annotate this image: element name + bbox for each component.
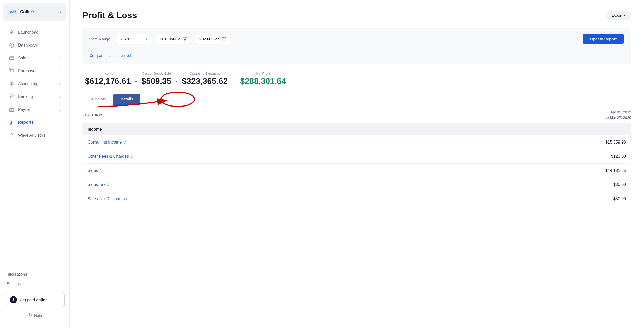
export-button[interactable]: Export ▾ [606,11,631,20]
consulting-income-value: $15,559.98 [605,140,626,145]
compare-link[interactable]: Compare to a prior period [90,54,624,58]
table-row: Sales ⬡ $44,181.85 [82,164,631,178]
date-line2: to Mar 27, 2020 [606,115,631,120]
sidebar-item-reports[interactable]: Reports [3,116,67,129]
date-range-label: Date Range [90,37,110,41]
sidebar-item-launchpad[interactable]: Launchpad [3,26,67,39]
chevron-down-icon: ∨ [58,82,61,86]
tab-summary[interactable]: Summary [82,94,113,105]
tab-details[interactable]: Details [113,94,140,105]
start-date-input[interactable]: 2019-04-02 📅 [156,34,191,44]
sidebar-item-payroll[interactable]: Payroll ∨ [3,103,67,116]
footer-links: Integrations Settings [5,270,65,288]
sales-label: Sales [88,168,98,173]
wave-logo-icon [8,7,18,16]
table-row: Other Fees & Charges ⬡ $120.00 [82,149,631,164]
consulting-income-link[interactable]: Consulting Income ⬡ [88,140,126,145]
sidebar-item-accounting[interactable]: Accounting ∨ [3,78,67,90]
payroll-icon [9,107,14,112]
update-report-button[interactable]: Update Report [583,34,624,44]
svg-rect-3 [10,57,14,60]
tabs-row: Summary Details [82,94,631,105]
page-title: Profit & Loss [82,10,137,20]
get-paid-button[interactable]: $ Get paid online [5,292,65,307]
sidebar-item-label: Launchpad [18,30,38,35]
table-row: Sales Tax Discount ⬡ $50.00 [82,192,631,206]
calendar-icon: 📅 [182,37,188,41]
tabs-wrapper: Summary Details [82,94,631,105]
sales-tax-discount-link[interactable]: Sales Tax Discount ⬡ [88,197,127,201]
settings-link[interactable]: Settings [5,279,65,288]
income-section-label: Income [88,127,102,131]
other-fees-value: $120.00 [611,154,626,159]
external-link-icon: ⬡ [130,155,133,158]
dollar-icon: $ [10,296,17,303]
sidebar-item-wave-advisors[interactable]: Wave Advisors [3,129,67,141]
help-link[interactable]: Help [5,311,65,320]
sales-tax-discount-label: Sales Tax Discount [88,197,123,201]
equals-operator: = [232,77,236,85]
scales-icon [9,81,14,87]
svg-point-6 [13,73,14,73]
external-link-icon: ⬡ [123,140,126,144]
table-row: Sales Tax ⬡ $30.00 [82,178,631,192]
sidebar-item-banking[interactable]: Banking ∨ [3,91,67,103]
table-date-range: Apr 02, 2019 to Mar 27, 2020 [606,110,631,120]
date-range-value: 2020 [120,37,129,41]
date-line1: Apr 02, 2019 [606,110,631,115]
svg-point-5 [11,73,11,73]
other-fees-link[interactable]: Other Fees & Charges ⬡ [88,154,133,159]
external-link-icon: ⬡ [107,183,109,187]
calendar-icon: 📅 [222,37,227,41]
company-chevron-icon: › [60,10,61,14]
credit-card-icon [9,55,14,61]
end-date-input[interactable]: 2020-03-27 📅 [196,34,231,44]
page-header: Profit & Loss Export ▾ [82,10,631,20]
sidebar-item-label: Dashboard [18,43,38,48]
sidebar-item-purchases[interactable]: Purchases ∨ [3,65,67,77]
company-switcher[interactable]: Callie's › [3,3,66,21]
tab-details-label: Details [121,97,133,101]
svg-point-1 [11,32,12,33]
external-link-icon: ⬡ [124,197,127,201]
start-date-value: 2019-04-02 [160,37,180,41]
income-label: Income [103,72,114,75]
sales-link[interactable]: Sales ⬡ [88,168,102,173]
chart-icon [9,120,14,125]
sidebar-item-label: Purchases [18,69,38,73]
minus-operator-2: - [175,77,178,85]
filter-bar: Date Range 2020 ▾ 2019-04-02 📅 2020-03-2… [82,28,631,64]
company-logo-area: Callie's [8,7,35,16]
dashboard-icon [9,42,14,48]
income-value: $612,176.61 [85,76,131,86]
get-paid-label: Get paid online [20,298,47,302]
income-stat: Income $612,176.61 [85,72,131,86]
export-chevron-icon: ▾ [624,13,626,18]
cogs-value: $509.35 [141,76,171,86]
sidebar-item-dashboard[interactable]: Dashboard [3,39,67,51]
sales-value: $44,181.85 [605,168,626,173]
sidebar-item-sales[interactable]: Sales ∨ [3,52,67,64]
cart-icon [9,68,14,74]
dropdown-chevron-icon: ▾ [146,37,148,41]
sidebar-nav: Launchpad Dashboard Sales ∨ [0,24,69,264]
export-label: Export [611,13,622,17]
sidebar-footer: Integrations Settings $ Get paid online … [0,267,69,323]
opex-stat: Operating Expenses $323,365.62 [182,72,228,86]
integrations-link[interactable]: Integrations [5,270,65,278]
minus-operator-1: - [135,77,137,85]
bank-icon [9,94,14,100]
help-icon [27,313,32,318]
chevron-down-icon: ∨ [58,108,61,111]
chevron-down-icon: ∨ [58,56,61,60]
company-name: Callie's [20,9,35,14]
svg-point-14 [11,134,13,135]
sidebar-item-label: Payroll [18,107,31,112]
external-link-icon: ⬡ [99,169,102,172]
sidebar-item-label: Sales [18,56,28,60]
sales-tax-link[interactable]: Sales Tax ⬡ [88,182,109,187]
sidebar-item-label: Wave Advisors [18,133,45,138]
date-range-select[interactable]: 2020 ▾ [116,34,152,44]
main-content: Profit & Loss Export ▾ Date Range 2020 ▾… [70,0,644,328]
sidebar-item-label: Banking [18,94,33,99]
